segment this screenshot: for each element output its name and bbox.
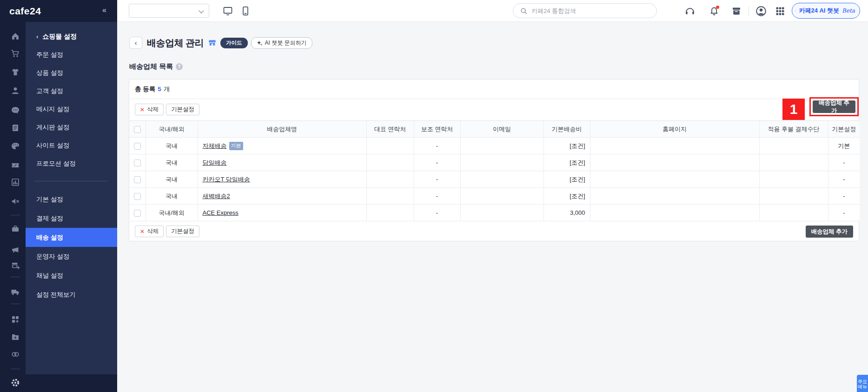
sidebar-item-board-settings[interactable]: 게시판 설정	[26, 118, 117, 136]
carrier-link[interactable]: 카카오T 당일배송	[203, 176, 250, 183]
select-all-checkbox[interactable]	[134, 126, 141, 133]
promotion-ticket-icon[interactable]	[11, 160, 20, 170]
guide-badge[interactable]: 가이드	[220, 38, 248, 48]
link-icon[interactable]	[11, 350, 20, 359]
carrier-link[interactable]: 자체배송	[203, 142, 227, 149]
site-palette-icon[interactable]	[11, 141, 20, 151]
submenu-header-shop-settings[interactable]: ‹ 쇼핑몰 설정	[26, 27, 117, 46]
sidebar-item-promotion-settings[interactable]: 프로모션 설정	[26, 154, 117, 173]
account-avatar-icon[interactable]	[755, 5, 767, 17]
default-setting-button-bottom[interactable]: 기본설정	[166, 226, 199, 237]
sidebar-item-order-settings[interactable]: 주문 설정	[26, 46, 117, 64]
support-headset-icon[interactable]	[684, 6, 696, 17]
back-button[interactable]: ‹	[129, 37, 142, 49]
search-input[interactable]	[531, 7, 650, 14]
highlighted-add-frame: 배송업체 추가	[809, 97, 859, 116]
sidebar-item-operator-settings[interactable]: 운영자 설정	[26, 247, 117, 266]
sidebar-item-basic-settings[interactable]: 기본 설정	[26, 190, 117, 209]
cell-default-setting: -	[828, 205, 860, 221]
add-carrier-button[interactable]: 배송업체 추가	[813, 100, 855, 113]
cell-sub-contact: -	[414, 154, 460, 171]
add-carrier-button-bottom[interactable]: 배송업체 추가	[806, 226, 853, 238]
cell-email	[460, 171, 543, 188]
row-checkbox[interactable]	[134, 159, 141, 166]
ai-chatbot-label: 카페24 AI 챗봇	[799, 7, 839, 15]
cell-postpay	[759, 171, 828, 188]
apps-grid-add-icon[interactable]	[11, 315, 20, 324]
carrier-link[interactable]: 새벽배송2	[203, 193, 230, 199]
bottom-toolbar: ✕삭제 기본설정 배송업체 추가	[129, 221, 859, 242]
cell-email	[460, 154, 543, 171]
global-search[interactable]	[513, 3, 657, 18]
row-checkbox[interactable]	[134, 210, 141, 217]
carrier-link[interactable]: ACE Express	[203, 209, 239, 216]
cafe24-logo[interactable]: cafe24	[9, 6, 41, 17]
shop-selector[interactable]	[129, 4, 209, 18]
product-shirt-icon[interactable]	[11, 67, 20, 77]
desktop-view-icon[interactable]	[222, 6, 233, 17]
cell-rep-contact	[366, 188, 414, 205]
main-menu-tab[interactable]: 주요메뉴	[857, 375, 868, 392]
rail-divider	[11, 277, 20, 277]
settings-gear-icon[interactable]	[11, 378, 20, 387]
statistics-chart-icon[interactable]	[11, 178, 20, 187]
rail-divider	[11, 369, 20, 369]
table-header-row: 국내/해외 배송업체명 대표 연락처 보조 연락처 이메일 기본배송비 홈페이지…	[129, 121, 860, 138]
sidebar-item-label: 고객 설정	[36, 87, 63, 95]
home-icon[interactable]	[11, 32, 20, 41]
ai-chat-inquiry-button[interactable]: AI 챗봇 문의하기	[251, 37, 312, 49]
apps-grid-icon[interactable]	[775, 6, 786, 17]
cart-icon[interactable]	[11, 49, 20, 58]
page-title-row: ‹ 배송업체 관리 가이드 AI 챗봇 문의하기	[129, 36, 312, 49]
cell-base-fee: 3,000	[543, 205, 590, 221]
sidebar-collapse-icon[interactable]: «	[102, 6, 106, 14]
topbar: 카페24 AI 챗봇 Beta	[117, 0, 868, 22]
submenu-divider	[35, 181, 108, 181]
cell-base-fee: [조건]	[543, 188, 590, 205]
mobile-view-icon[interactable]	[240, 6, 251, 17]
sidebar-item-customer-settings[interactable]: 고객 설정	[26, 82, 117, 100]
sidebar-item-label: 프로모션 설정	[36, 159, 76, 168]
default-setting-button[interactable]: 기본설정	[166, 104, 199, 115]
row-checkbox[interactable]	[134, 176, 141, 183]
row-checkbox[interactable]	[134, 193, 141, 200]
customer-person-icon[interactable]	[11, 86, 20, 95]
ai-chatbot-button[interactable]: 카페24 AI 챗봇 Beta	[792, 3, 860, 19]
archive-box-icon[interactable]	[731, 6, 742, 17]
folder-add-icon[interactable]	[11, 332, 20, 342]
cell-default-setting: -	[828, 154, 860, 171]
cell-carrier-name: ACE Express	[198, 205, 366, 221]
section-title-row: 배송업체 목록 ?	[129, 62, 183, 71]
message-chat-icon[interactable]	[11, 106, 20, 115]
board-document-icon[interactable]	[11, 123, 20, 133]
delete-button-bottom[interactable]: ✕삭제	[135, 226, 164, 237]
rail-divider	[11, 304, 20, 304]
sidebar-item-site-settings[interactable]: 사이트 설정	[26, 136, 117, 154]
header-rep-contact: 대표 연락처	[366, 121, 414, 138]
total-count-suffix: 개	[164, 85, 170, 93]
help-icon[interactable]: ?	[176, 63, 183, 70]
search-icon	[520, 7, 528, 15]
notice-speaker-icon[interactable]	[11, 197, 20, 206]
sidebar-item-message-settings[interactable]: 메시지 설정	[26, 100, 117, 118]
sidebar-item-view-all-settings[interactable]: 설정 전체보기	[26, 285, 117, 304]
carrier-link[interactable]: 당일배송	[203, 159, 227, 166]
operation-briefcase-icon[interactable]	[11, 224, 20, 233]
sidebar-item-shipping-settings[interactable]: 배송 설정	[26, 228, 117, 247]
storefront-icon	[208, 39, 217, 47]
chevron-down-icon	[199, 8, 204, 13]
cell-scope: 국내	[146, 171, 198, 188]
sidebar-item-product-settings[interactable]: 상품 설정	[26, 64, 117, 82]
delete-button[interactable]: ✕삭제	[135, 104, 164, 115]
notification-bell-icon[interactable]	[709, 6, 720, 17]
main-menu-tab-label: 주요메뉴	[858, 379, 867, 389]
sidebar-item-payment-settings[interactable]: 결제 설정	[26, 209, 117, 228]
marketing-megaphone-icon[interactable]	[11, 245, 20, 254]
sparkle-icon	[257, 40, 263, 46]
delivery-truck-icon[interactable]	[11, 287, 20, 297]
sidebar-item-label: 기본 설정	[36, 195, 63, 204]
sidebar-item-channel-settings[interactable]: 채널 설정	[26, 266, 117, 285]
sidebar-item-label: 주문 설정	[36, 51, 63, 59]
row-checkbox[interactable]	[134, 143, 141, 150]
store-add-icon[interactable]	[11, 261, 20, 270]
